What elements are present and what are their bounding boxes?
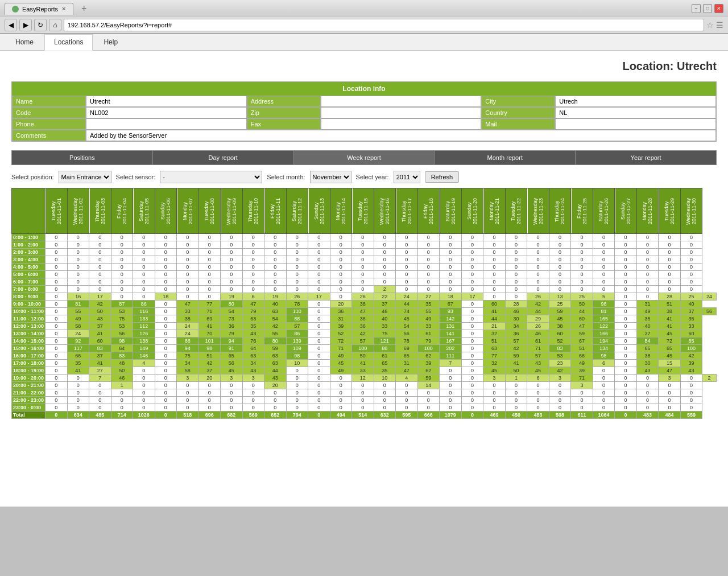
data-cell: 0 [46, 315, 68, 323]
data-cell: 45 [659, 352, 681, 360]
data-cell: 57 [527, 352, 549, 360]
data-cell: 0 [593, 382, 615, 389]
data-cell: 0 [46, 375, 68, 382]
time-cell-9: 9:00 - 10:00 [12, 301, 46, 308]
tab-month-report[interactable]: Month report [435, 151, 576, 164]
data-cell: 0 [374, 241, 396, 249]
data-cell: 0 [636, 286, 659, 293]
forward-button[interactable]: ▶ [19, 19, 32, 31]
data-cell: 86 [286, 330, 308, 338]
tab-week-report[interactable]: Week report [294, 151, 435, 164]
close-button[interactable]: ✕ [714, 4, 723, 13]
nav-home[interactable]: Home [6, 34, 43, 50]
data-cell: 0 [374, 234, 396, 241]
data-cell: 494 [330, 412, 352, 419]
data-cell: 0 [177, 389, 199, 397]
day-header-18: Saturday2011-11-19 [440, 188, 462, 234]
month-select[interactable]: November [310, 171, 351, 183]
data-cell: 1026 [133, 412, 155, 419]
data-cell: 0 [396, 404, 418, 412]
data-cell: 42 [527, 301, 549, 308]
address-input[interactable] [64, 19, 704, 31]
table-row: 0:00 - 1:0000000000000000000000000000000… [12, 234, 717, 241]
nav-locations[interactable]: Locations [44, 34, 93, 51]
reload-button[interactable]: ↻ [34, 19, 47, 31]
back-button[interactable]: ◀ [5, 19, 17, 31]
data-cell: 35 [680, 315, 702, 323]
data-cell: 88 [286, 315, 308, 323]
tab-positions[interactable]: Positions [12, 151, 153, 164]
position-select[interactable]: Main Entrance [59, 171, 111, 183]
tab-year-report[interactable]: Year report [576, 151, 716, 164]
data-cell: 0 [308, 404, 330, 412]
data-cell: 0 [527, 286, 549, 293]
data-cell: 0 [177, 234, 199, 241]
data-cell: 38 [549, 323, 571, 330]
table-row: 19:00 - 20:00007460032033430001210459003… [12, 375, 717, 382]
data-cell: 0 [461, 412, 483, 419]
data-cell: 41 [352, 360, 374, 367]
bookmark-icon[interactable]: ☆ [706, 20, 714, 30]
refresh-button[interactable]: Refresh [425, 171, 460, 183]
sensor-select[interactable]: - [160, 171, 262, 183]
data-cell: 0 [46, 412, 68, 419]
data-cell: 0 [264, 404, 287, 412]
data-cell: 0 [46, 271, 68, 278]
day-header-26: Sunday2011-11-27 [615, 188, 637, 234]
browser-tab[interactable]: EasyReports ✕ [5, 3, 73, 15]
menu-icon[interactable]: ☰ [716, 20, 723, 30]
data-cell: 0 [636, 234, 659, 241]
data-cell: 0 [221, 241, 243, 249]
data-cell: 55 [264, 330, 287, 338]
minimize-button[interactable]: − [692, 4, 701, 13]
data-cell: 0 [352, 397, 374, 404]
year-select[interactable]: 2011 [394, 171, 420, 183]
data-cell: 40 [680, 301, 702, 308]
data-cell: 25 [549, 301, 571, 308]
data-cell: 117 [67, 345, 89, 352]
data-cell: 51 [571, 345, 593, 352]
data-cell: 47 [242, 301, 264, 308]
data-cell: 0 [242, 278, 264, 286]
data-table: Tuesday2011-11-01Wednesday2011-11-02Thur… [11, 188, 717, 419]
data-cell: 0 [527, 249, 549, 256]
data-cell: 41 [483, 308, 506, 315]
phone-value [86, 118, 247, 130]
data-cell: 23 [549, 360, 571, 367]
data-cell: 0 [483, 264, 506, 271]
tab-title: EasyReports [22, 6, 58, 13]
data-cell: 0 [374, 271, 396, 278]
data-cell: 139 [286, 338, 308, 345]
close-tab-icon[interactable]: ✕ [61, 6, 66, 12]
data-cell: 0 [461, 315, 483, 323]
data-cell: 483 [527, 412, 549, 419]
maximize-button[interactable]: □ [703, 4, 712, 13]
data-cell: 0 [505, 286, 527, 293]
data-cell: 0 [527, 264, 549, 271]
data-cell: 0 [155, 345, 177, 352]
data-cell: 0 [615, 397, 637, 404]
day-header-12: Sunday2011-11-13 [308, 188, 330, 234]
data-cell: 0 [483, 249, 506, 256]
data-cell: 0 [155, 271, 177, 278]
data-cell: 43 [527, 360, 549, 367]
data-cell: 0 [352, 249, 374, 256]
data-cell: 0 [505, 234, 527, 241]
data-cell: 0 [396, 382, 418, 389]
data-cell: 559 [680, 412, 702, 419]
data-cell: 46 [505, 308, 527, 315]
nav-help[interactable]: Help [94, 34, 127, 50]
data-cell: 0 [680, 271, 702, 278]
data-cell: 41 [89, 330, 111, 338]
data-cell: 47 [659, 367, 681, 375]
data-cell: 0 [440, 389, 462, 397]
new-tab-button[interactable]: + [78, 3, 90, 14]
data-cell: 134 [593, 345, 615, 352]
data-cell: 50 [111, 367, 133, 375]
time-cell-20: 20:00 - 21:00 [12, 382, 46, 389]
tab-day-report[interactable]: Day report [153, 151, 294, 164]
home-button[interactable]: ⌂ [49, 19, 61, 31]
data-cell: 3 [177, 375, 199, 382]
data-cell: 0 [221, 286, 243, 293]
data-cell: 2 [702, 375, 717, 382]
